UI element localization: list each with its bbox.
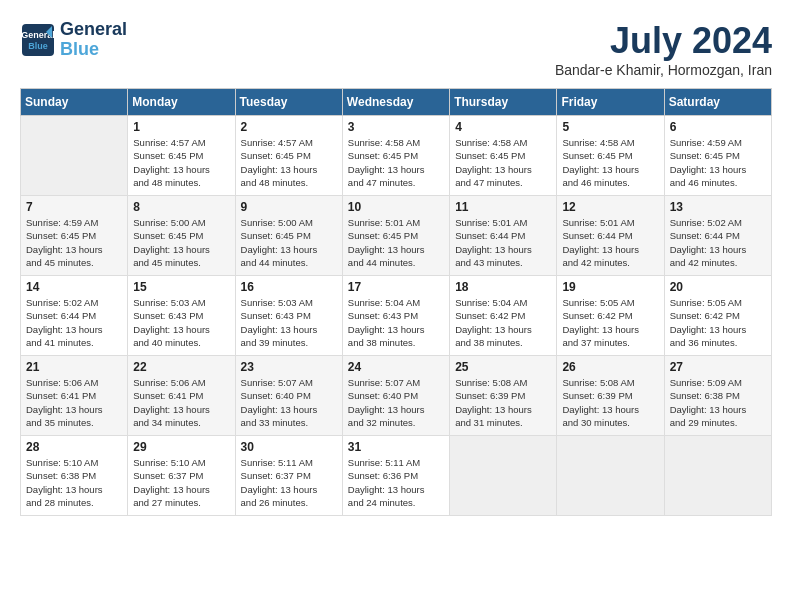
day-info: Sunrise: 5:06 AM Sunset: 6:41 PM Dayligh… [26,376,122,429]
calendar-table: SundayMondayTuesdayWednesdayThursdayFrid… [20,88,772,516]
location-subtitle: Bandar-e Khamir, Hormozgan, Iran [555,62,772,78]
day-number: 21 [26,360,122,374]
day-cell: 8Sunrise: 5:00 AM Sunset: 6:45 PM Daylig… [128,196,235,276]
day-cell: 11Sunrise: 5:01 AM Sunset: 6:44 PM Dayli… [450,196,557,276]
day-cell [450,436,557,516]
weekday-header-sunday: Sunday [21,89,128,116]
svg-text:Blue: Blue [28,41,48,51]
day-info: Sunrise: 5:04 AM Sunset: 6:42 PM Dayligh… [455,296,551,349]
day-number: 15 [133,280,229,294]
day-cell: 13Sunrise: 5:02 AM Sunset: 6:44 PM Dayli… [664,196,771,276]
day-cell: 9Sunrise: 5:00 AM Sunset: 6:45 PM Daylig… [235,196,342,276]
day-number: 29 [133,440,229,454]
weekday-header-friday: Friday [557,89,664,116]
week-row-5: 28Sunrise: 5:10 AM Sunset: 6:38 PM Dayli… [21,436,772,516]
day-info: Sunrise: 5:03 AM Sunset: 6:43 PM Dayligh… [133,296,229,349]
day-cell: 30Sunrise: 5:11 AM Sunset: 6:37 PM Dayli… [235,436,342,516]
day-number: 3 [348,120,444,134]
logo-text-line1: General [60,20,127,40]
weekday-header-tuesday: Tuesday [235,89,342,116]
day-cell: 22Sunrise: 5:06 AM Sunset: 6:41 PM Dayli… [128,356,235,436]
day-number: 30 [241,440,337,454]
day-number: 23 [241,360,337,374]
day-info: Sunrise: 5:11 AM Sunset: 6:36 PM Dayligh… [348,456,444,509]
day-cell: 6Sunrise: 4:59 AM Sunset: 6:45 PM Daylig… [664,116,771,196]
day-info: Sunrise: 5:05 AM Sunset: 6:42 PM Dayligh… [562,296,658,349]
weekday-header-wednesday: Wednesday [342,89,449,116]
day-info: Sunrise: 5:00 AM Sunset: 6:45 PM Dayligh… [241,216,337,269]
day-cell: 17Sunrise: 5:04 AM Sunset: 6:43 PM Dayli… [342,276,449,356]
page-header: General Blue General Blue July 2024 Band… [20,20,772,78]
day-info: Sunrise: 5:05 AM Sunset: 6:42 PM Dayligh… [670,296,766,349]
day-cell: 19Sunrise: 5:05 AM Sunset: 6:42 PM Dayli… [557,276,664,356]
day-info: Sunrise: 5:10 AM Sunset: 6:37 PM Dayligh… [133,456,229,509]
day-cell: 16Sunrise: 5:03 AM Sunset: 6:43 PM Dayli… [235,276,342,356]
day-cell [557,436,664,516]
day-number: 14 [26,280,122,294]
day-cell: 23Sunrise: 5:07 AM Sunset: 6:40 PM Dayli… [235,356,342,436]
day-info: Sunrise: 4:59 AM Sunset: 6:45 PM Dayligh… [670,136,766,189]
day-cell [664,436,771,516]
day-info: Sunrise: 5:07 AM Sunset: 6:40 PM Dayligh… [348,376,444,429]
day-info: Sunrise: 5:01 AM Sunset: 6:44 PM Dayligh… [455,216,551,269]
day-cell: 1Sunrise: 4:57 AM Sunset: 6:45 PM Daylig… [128,116,235,196]
day-number: 16 [241,280,337,294]
day-cell: 2Sunrise: 4:57 AM Sunset: 6:45 PM Daylig… [235,116,342,196]
weekday-header-monday: Monday [128,89,235,116]
day-number: 6 [670,120,766,134]
day-info: Sunrise: 5:06 AM Sunset: 6:41 PM Dayligh… [133,376,229,429]
weekday-header-saturday: Saturday [664,89,771,116]
day-cell: 4Sunrise: 4:58 AM Sunset: 6:45 PM Daylig… [450,116,557,196]
day-info: Sunrise: 5:02 AM Sunset: 6:44 PM Dayligh… [26,296,122,349]
day-info: Sunrise: 5:08 AM Sunset: 6:39 PM Dayligh… [455,376,551,429]
day-number: 4 [455,120,551,134]
week-row-4: 21Sunrise: 5:06 AM Sunset: 6:41 PM Dayli… [21,356,772,436]
day-number: 10 [348,200,444,214]
day-cell: 29Sunrise: 5:10 AM Sunset: 6:37 PM Dayli… [128,436,235,516]
day-number: 8 [133,200,229,214]
day-info: Sunrise: 4:58 AM Sunset: 6:45 PM Dayligh… [562,136,658,189]
day-number: 19 [562,280,658,294]
day-cell: 5Sunrise: 4:58 AM Sunset: 6:45 PM Daylig… [557,116,664,196]
day-info: Sunrise: 4:58 AM Sunset: 6:45 PM Dayligh… [455,136,551,189]
day-cell: 15Sunrise: 5:03 AM Sunset: 6:43 PM Dayli… [128,276,235,356]
day-info: Sunrise: 5:03 AM Sunset: 6:43 PM Dayligh… [241,296,337,349]
day-cell: 24Sunrise: 5:07 AM Sunset: 6:40 PM Dayli… [342,356,449,436]
day-info: Sunrise: 5:00 AM Sunset: 6:45 PM Dayligh… [133,216,229,269]
day-cell: 10Sunrise: 5:01 AM Sunset: 6:45 PM Dayli… [342,196,449,276]
day-number: 9 [241,200,337,214]
day-info: Sunrise: 5:07 AM Sunset: 6:40 PM Dayligh… [241,376,337,429]
day-info: Sunrise: 5:11 AM Sunset: 6:37 PM Dayligh… [241,456,337,509]
day-info: Sunrise: 4:58 AM Sunset: 6:45 PM Dayligh… [348,136,444,189]
day-cell: 31Sunrise: 5:11 AM Sunset: 6:36 PM Dayli… [342,436,449,516]
day-number: 1 [133,120,229,134]
day-cell: 21Sunrise: 5:06 AM Sunset: 6:41 PM Dayli… [21,356,128,436]
day-cell: 20Sunrise: 5:05 AM Sunset: 6:42 PM Dayli… [664,276,771,356]
day-number: 11 [455,200,551,214]
weekday-header-thursday: Thursday [450,89,557,116]
day-cell: 14Sunrise: 5:02 AM Sunset: 6:44 PM Dayli… [21,276,128,356]
day-cell: 28Sunrise: 5:10 AM Sunset: 6:38 PM Dayli… [21,436,128,516]
week-row-3: 14Sunrise: 5:02 AM Sunset: 6:44 PM Dayli… [21,276,772,356]
day-info: Sunrise: 5:01 AM Sunset: 6:44 PM Dayligh… [562,216,658,269]
day-number: 31 [348,440,444,454]
day-info: Sunrise: 5:09 AM Sunset: 6:38 PM Dayligh… [670,376,766,429]
week-row-2: 7Sunrise: 4:59 AM Sunset: 6:45 PM Daylig… [21,196,772,276]
day-number: 27 [670,360,766,374]
day-number: 7 [26,200,122,214]
day-info: Sunrise: 5:10 AM Sunset: 6:38 PM Dayligh… [26,456,122,509]
day-number: 28 [26,440,122,454]
day-number: 24 [348,360,444,374]
day-info: Sunrise: 4:59 AM Sunset: 6:45 PM Dayligh… [26,216,122,269]
logo: General Blue General Blue [20,20,127,60]
day-info: Sunrise: 5:08 AM Sunset: 6:39 PM Dayligh… [562,376,658,429]
day-cell: 25Sunrise: 5:08 AM Sunset: 6:39 PM Dayli… [450,356,557,436]
day-number: 2 [241,120,337,134]
day-cell: 3Sunrise: 4:58 AM Sunset: 6:45 PM Daylig… [342,116,449,196]
day-cell: 18Sunrise: 5:04 AM Sunset: 6:42 PM Dayli… [450,276,557,356]
day-number: 18 [455,280,551,294]
day-number: 20 [670,280,766,294]
day-number: 12 [562,200,658,214]
logo-text-line2: Blue [60,40,127,60]
day-number: 13 [670,200,766,214]
